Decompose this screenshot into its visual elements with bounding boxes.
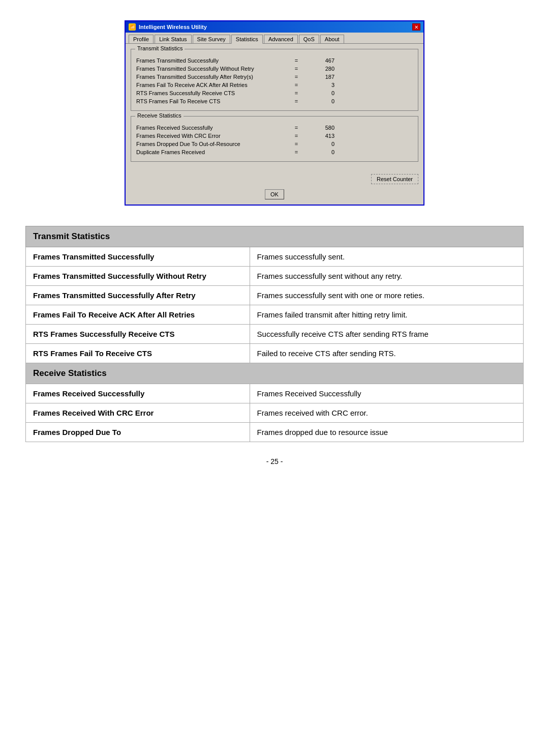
statistics-table: Transmit Statistics Frames Transmitted S… <box>25 226 524 442</box>
stat-eq: = <box>289 74 304 80</box>
stat-eq: = <box>289 57 304 64</box>
doc-table-wrapper: Transmit Statistics Frames Transmitted S… <box>25 226 524 442</box>
window-footer: Reset Counter <box>126 172 423 189</box>
stat-name: Frames Transmitted Successfully <box>136 57 289 64</box>
receive-stat-row: Frames Received With CRC Error = 413 <box>136 132 413 140</box>
tab-statistics[interactable]: Statistics <box>231 35 263 44</box>
stat-value: 413 <box>304 133 334 139</box>
app-icon: 📶 <box>129 23 136 31</box>
stat-value: 3 <box>304 82 334 88</box>
table-row: Frames Dropped Due To Frames dropped due… <box>26 423 524 442</box>
transmit-table-body: Frames Transmitted Successfully Frames s… <box>26 247 524 363</box>
stat-eq: = <box>289 98 304 104</box>
table-cell-right: Frames successfully sent. <box>250 247 523 267</box>
tab-qos[interactable]: QoS <box>299 35 319 43</box>
window-content: Transmit Statistics Frames Transmitted S… <box>126 44 423 172</box>
table-cell-left: RTS Frames Fail To Receive CTS <box>26 344 250 363</box>
table-cell-left: Frames Transmitted Successfully <box>26 247 250 267</box>
table-cell-right: Successfully receive CTS after sending R… <box>250 325 523 344</box>
receive-section-label: Receive Statistics <box>135 112 184 119</box>
table-cell-left: RTS Frames Successfully Receive CTS <box>26 325 250 344</box>
table-row: Frames Received Successfully Frames Rece… <box>26 384 524 403</box>
stat-value: 187 <box>304 74 334 80</box>
stat-value: 467 <box>304 57 334 64</box>
transmit-stat-row: Frames Transmitted Successfully Without … <box>136 65 413 73</box>
table-cell-right: Failed to receive CTS after sending RTS. <box>250 344 523 363</box>
table-cell-right: Frames received with CRC error. <box>250 403 523 423</box>
table-cell-left: Frames Transmitted Successfully Without … <box>26 267 250 286</box>
transmit-stat-row: Frames Transmitted Successfully = 467 <box>136 56 413 65</box>
table-cell-left: Frames Transmitted Successfully After Re… <box>26 286 250 305</box>
table-cell-right: Frames successfully sent with one or mor… <box>250 286 523 305</box>
table-cell-right: Frames Received Successfully <box>250 384 523 403</box>
tab-bar: Profile Link Status Site Survey Statisti… <box>126 33 423 44</box>
tab-about[interactable]: About <box>320 35 344 43</box>
table-row: Frames Transmitted Successfully Frames s… <box>26 247 524 267</box>
stat-eq: = <box>289 141 304 147</box>
tab-profile[interactable]: Profile <box>129 35 154 43</box>
stat-eq: = <box>289 66 304 72</box>
tab-site-survey[interactable]: Site Survey <box>193 35 230 43</box>
stat-eq: = <box>289 90 304 96</box>
transmit-stat-row: Frames Transmitted Successfully After Re… <box>136 73 413 81</box>
table-cell-right: Frames dropped due to resource issue <box>250 423 523 442</box>
receive-header: Receive Statistics <box>26 363 524 384</box>
receive-statistics-section: Receive Statistics Frames Received Succe… <box>131 116 418 162</box>
transmit-stat-row: RTS Frames Fail To Receive CTS = 0 <box>136 97 413 105</box>
receive-header-row: Receive Statistics <box>26 363 524 384</box>
table-row: Frames Transmitted Successfully Without … <box>26 267 524 286</box>
stat-name: Frames Received Successfully <box>136 125 289 131</box>
table-row: Frames Transmitted Successfully After Re… <box>26 286 524 305</box>
stat-name: Duplicate Frames Received <box>136 149 289 155</box>
tab-advanced[interactable]: Advanced <box>264 35 298 43</box>
close-button[interactable]: ✕ <box>412 23 420 31</box>
reset-counter-button[interactable]: Reset Counter <box>371 174 418 184</box>
receive-stat-row: Frames Dropped Due To Out-of-Resource = … <box>136 140 413 148</box>
window-title: Intelligent Wireless Utility <box>139 24 207 30</box>
receive-stat-row: Duplicate Frames Received = 0 <box>136 148 413 156</box>
wireless-utility-window: 📶 Intelligent Wireless Utility ✕ Profile… <box>125 20 424 206</box>
table-cell-right: Frames successfully sent without any ret… <box>250 267 523 286</box>
transmit-section-label: Transmit Statistics <box>135 45 185 51</box>
receive-table-body: Frames Received Successfully Frames Rece… <box>26 384 524 442</box>
transmit-header: Transmit Statistics <box>26 226 524 247</box>
stat-eq: = <box>289 125 304 131</box>
stat-value: 280 <box>304 66 334 72</box>
stat-name: Frames Transmitted Successfully After Re… <box>136 74 289 80</box>
stat-eq: = <box>289 149 304 155</box>
stat-value: 0 <box>304 90 334 96</box>
stat-eq: = <box>289 133 304 139</box>
transmit-stat-row: RTS Frames Successfully Receive CTS = 0 <box>136 89 413 97</box>
transmit-statistics-section: Transmit Statistics Frames Transmitted S… <box>131 49 418 111</box>
stat-value: 0 <box>304 98 334 104</box>
tab-link-status[interactable]: Link Status <box>155 35 191 43</box>
transmit-stat-row: Frames Fail To Receive ACK After All Ret… <box>136 81 413 89</box>
table-row: Frames Received With CRC Error Frames re… <box>26 403 524 423</box>
table-row: Frames Fail To Receive ACK After All Ret… <box>26 305 524 325</box>
stat-name: RTS Frames Successfully Receive CTS <box>136 90 289 96</box>
table-row: RTS Frames Fail To Receive CTS Failed to… <box>26 344 524 363</box>
title-bar: 📶 Intelligent Wireless Utility ✕ <box>126 21 423 33</box>
stat-value: 580 <box>304 125 334 131</box>
page-number: - 25 - <box>266 457 283 466</box>
receive-stat-row: Frames Received Successfully = 580 <box>136 124 413 132</box>
table-cell-left: Frames Dropped Due To <box>26 423 250 442</box>
table-cell-left: Frames Received With CRC Error <box>26 403 250 423</box>
stat-name: Frames Fail To Receive ACK After All Ret… <box>136 82 289 88</box>
transmit-rows: Frames Transmitted Successfully = 467 Fr… <box>136 56 413 105</box>
receive-rows: Frames Received Successfully = 580 Frame… <box>136 124 413 156</box>
stat-name: Frames Dropped Due To Out-of-Resource <box>136 141 289 147</box>
table-row: RTS Frames Successfully Receive CTS Succ… <box>26 325 524 344</box>
table-cell-left: Frames Fail To Receive ACK After All Ret… <box>26 305 250 325</box>
stat-eq: = <box>289 82 304 88</box>
table-cell-right: Frames failed transmit after hitting ret… <box>250 305 523 325</box>
table-cell-left: Frames Received Successfully <box>26 384 250 403</box>
stat-value: 0 <box>304 141 334 147</box>
title-bar-left: 📶 Intelligent Wireless Utility <box>129 23 207 31</box>
stat-name: Frames Received With CRC Error <box>136 133 289 139</box>
stat-name: Frames Transmitted Successfully Without … <box>136 66 289 72</box>
stat-name: RTS Frames Fail To Receive CTS <box>136 98 289 104</box>
ok-button[interactable]: OK <box>265 189 284 199</box>
stat-value: 0 <box>304 149 334 155</box>
